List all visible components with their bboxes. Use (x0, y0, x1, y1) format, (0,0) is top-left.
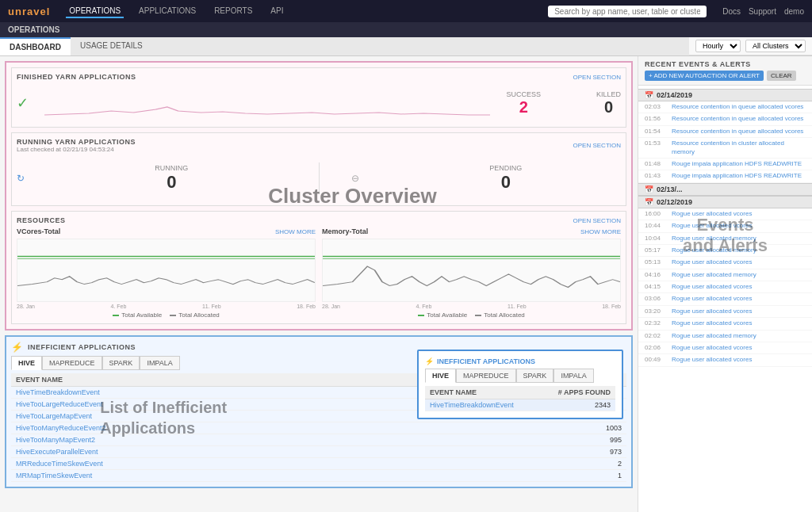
event-time: 05:13 (645, 258, 667, 266)
event-text[interactable]: Resource contention in queue allocated v… (672, 115, 803, 123)
event-name[interactable]: MRMapTimeSkewEvent (11, 470, 390, 482)
finished-yarn-open[interactable]: OPEN SECTION (573, 74, 621, 81)
support-link[interactable]: Support (749, 7, 776, 16)
cluster-filter[interactable]: All Clusters (745, 40, 806, 52)
success-icon: ✓ (17, 94, 29, 112)
inner-tab-mapreduce[interactable]: MAPREDUCE (456, 369, 516, 383)
event-name[interactable]: HiveTimeBreakdownEvent (11, 387, 390, 399)
app-tab-impala[interactable]: IMPALA (140, 356, 179, 370)
event-text[interactable]: Resource contention in queue allocated v… (672, 103, 803, 111)
event-time: 03:20 (645, 308, 667, 315)
table-row[interactable]: MRReduceTimeSkewEvent2 (11, 458, 626, 470)
event-text[interactable]: Rogue user allocated vcores (672, 258, 752, 266)
vcores-show-more[interactable]: SHOW MORE (275, 228, 316, 235)
event-text[interactable]: Rogue user allocated memory (672, 235, 756, 243)
vcores-chart: VCores-Total SHOW MORE (17, 227, 316, 319)
vcores-x-labels: 28. Jan 4. Feb 11. Feb 18. Feb (17, 304, 316, 309)
tab-dashboard[interactable]: DASHBOARD (0, 37, 71, 55)
legend-available-dot (113, 315, 119, 316)
resources-header: RESOURCES OPEN SECTION (17, 216, 621, 224)
table-row[interactable]: MRMapTimeSkewEvent1 (11, 470, 626, 482)
event-item: 16:00Rogue user allocated vcores (638, 208, 812, 220)
inner-card-title: ⚡ INEFFICIENT APPLICATIONS (425, 357, 615, 365)
search-input[interactable] (548, 6, 707, 17)
add-autoaction-button[interactable]: + ADD NEW AUTOACTION OR ALERT (645, 71, 764, 81)
event-text[interactable]: Rogue user allocated vcores (672, 308, 752, 315)
running-metric: RUNNING 0 (56, 164, 287, 193)
event-text[interactable]: Rogue user allocated vcores (672, 319, 752, 327)
finished-yarn-section: FINISHED YARN APPLICATIONS OPEN SECTION … (11, 67, 626, 128)
user-menu[interactable]: demo (784, 7, 804, 16)
nav-reports[interactable]: REPORTS (211, 5, 255, 18)
event-item: 01:53Resource contention in cluster allo… (638, 138, 812, 159)
inner-event-apps: 2343 (539, 399, 615, 411)
inner-tab-hive[interactable]: HIVE (425, 369, 456, 383)
resources-open[interactable]: OPEN SECTION (573, 217, 621, 224)
event-name[interactable]: HiveTooManyMapEvent2 (11, 434, 390, 446)
inner-col-apps: # APPS FOUND (539, 386, 615, 399)
running-yarn-header: RUNNING YARN APPLICATIONS Last checked a… (17, 138, 621, 153)
event-name[interactable]: HiveTooLargeMapEvent (11, 411, 390, 422)
event-text[interactable]: Resource contention in cluster allocated… (672, 139, 806, 156)
success-metric: SUCCESS 2 (506, 90, 541, 117)
event-text[interactable]: Resource contention in queue allocated v… (672, 128, 803, 136)
app-tab-mapreduce[interactable]: MAPREDUCE (42, 356, 102, 370)
memory-x-labels: 28. Jan 4. Feb 11. Feb 18. Feb (322, 304, 621, 309)
event-text[interactable]: Rogue user allocated memory (672, 332, 756, 340)
nav-applications[interactable]: APPLICATIONS (136, 5, 199, 18)
memory-chart-area (322, 239, 621, 302)
event-time: 02:06 (645, 344, 667, 351)
inner-event-name[interactable]: HiveTimeBreakdownEvent (425, 399, 539, 411)
events-controls: + ADD NEW AUTOACTION OR ALERT CLEAR (645, 71, 806, 81)
event-item: 05:17Rogue user allocated memory (638, 245, 812, 257)
inner-popup-card: ⚡ INEFFICIENT APPLICATIONS HIVE MAPREDUC… (417, 350, 623, 419)
app-tab-spark[interactable]: SPARK (102, 356, 140, 370)
last-checked: Last checked at 02/21/19 04:53:24 (17, 146, 136, 153)
left-panel: Cluster Overview FINISHED YARN APPLICATI… (0, 56, 638, 512)
running-yarn-title: RUNNING YARN APPLICATIONS (17, 138, 136, 146)
memory-show-more[interactable]: SHOW MORE (580, 228, 621, 235)
table-row[interactable]: HiveTimeBreakdownEvent 2343 (425, 399, 615, 411)
event-name[interactable]: HiveTooLargeReduceEvent (11, 399, 390, 411)
event-text[interactable]: Rogue user allocated vcores (672, 210, 752, 218)
sub-nav-label: OPERATIONS (8, 25, 59, 34)
vcores-header: VCores-Total SHOW MORE (17, 227, 316, 235)
event-text[interactable]: Rogue user allocated vcores (672, 283, 752, 291)
table-row[interactable]: HiveExecuteParallelEvent973 (11, 446, 626, 458)
nav-api[interactable]: API (267, 5, 286, 18)
event-text[interactable]: Rogue user allocated memory (672, 246, 756, 254)
event-item: 10:04Rogue user allocated memory (638, 233, 812, 245)
event-text[interactable]: Rouge impala application HDFS READWRITE (672, 172, 802, 180)
event-time: 05:17 (645, 246, 667, 254)
event-name[interactable]: MRReduceTimeSkewEvent (11, 458, 390, 470)
table-row[interactable]: HiveTooManyMapEvent2995 (11, 434, 626, 446)
event-time: 01:48 (645, 160, 667, 167)
event-text[interactable]: Rogue user allocated vcores (672, 356, 752, 364)
calendar-icon: 📅 (645, 185, 653, 193)
time-filter[interactable]: Hourly (695, 40, 741, 52)
event-name[interactable]: HiveTooManyReduceEvent2 (11, 422, 390, 434)
event-text[interactable]: Rouge impala application HDFS READWRITE (672, 160, 802, 168)
event-text[interactable]: Rogue user allocated memory (672, 271, 756, 279)
event-text[interactable]: Rogue user allocated vcores (672, 295, 752, 303)
table-row[interactable]: HiveTooManyReduceEvent21003 (11, 422, 626, 434)
running-yarn-open[interactable]: OPEN SECTION (573, 142, 621, 149)
event-item: 05:13Rogue user allocated vcores (638, 257, 812, 269)
tab-usage-details[interactable]: USAGE DETAILS (71, 37, 152, 55)
memory-legend: Total Available Total Allocated (322, 311, 621, 319)
event-item: 02:02Rogue user allocated memory (638, 331, 812, 342)
event-time: 04:16 (645, 271, 667, 278)
nav-operations[interactable]: OPERATIONS (66, 5, 124, 18)
inner-tab-spark[interactable]: SPARK (516, 369, 554, 383)
event-text[interactable]: Rogue user allocated vcores (672, 222, 752, 230)
pending-icon: ⊖ (351, 173, 359, 184)
event-apps: 995 (390, 434, 626, 446)
event-text[interactable]: Rogue user allocated vcores (672, 344, 752, 352)
docs-link[interactable]: Docs (722, 7, 741, 16)
vcores-legend: Total Available Total Allocated (17, 311, 316, 319)
event-name[interactable]: HiveExecuteParallelEvent (11, 446, 390, 458)
clear-button[interactable]: CLEAR (767, 71, 796, 81)
app-tab-hive[interactable]: HIVE (11, 356, 42, 370)
event-item: 01:48Rouge impala application HDFS READW… (638, 159, 812, 170)
inner-tab-impala[interactable]: IMPALA (553, 369, 593, 383)
